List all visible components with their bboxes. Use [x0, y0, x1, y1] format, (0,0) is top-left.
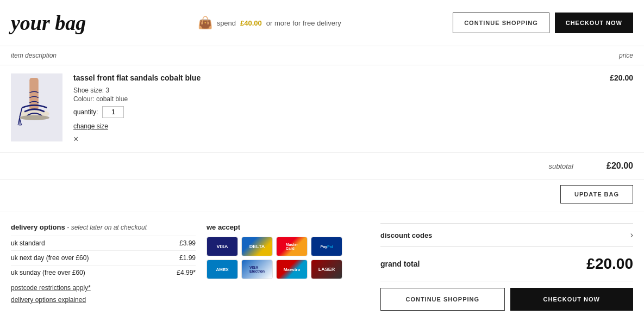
- checkout-now-button-top[interactable]: CHECKOUT NOW: [555, 13, 633, 33]
- amex-card: AMEX: [207, 260, 238, 279]
- delivery-header: delivery options - select later on at ch…: [11, 223, 196, 231]
- change-size-link[interactable]: change size: [73, 122, 590, 130]
- update-bag-button[interactable]: UPDATE BAG: [560, 185, 633, 203]
- delivery-title: delivery options: [11, 223, 65, 231]
- delivery-option-3: uk sunday (free over £60) £4.99*: [11, 266, 196, 280]
- delivery-option-price: £3.99: [160, 236, 196, 251]
- update-row: UPDATE BAG: [0, 180, 644, 212]
- totals-section: discount codes › grand total £20.00 CONT…: [380, 223, 633, 311]
- postcode-restrictions-link[interactable]: postcode restrictions apply*: [11, 284, 196, 292]
- item-colour: Colour: cobalt blue: [73, 95, 590, 103]
- price-header: price: [619, 52, 633, 59]
- item-price: £20.00: [590, 73, 633, 82]
- delta-card: DELTA: [241, 237, 273, 256]
- grand-total-amount: £20.00: [586, 255, 633, 273]
- quantity-label: quantity:: [73, 108, 98, 116]
- table-header: item description price: [0, 46, 644, 65]
- page-title: your bag: [11, 11, 86, 35]
- subtotal-label: subtotal: [548, 162, 573, 170]
- delivery-options: delivery options - select later on at ch…: [11, 223, 196, 311]
- grand-total-row: grand total £20.00: [380, 247, 633, 281]
- delivery-option-price: £1.99: [160, 251, 196, 266]
- header-buttons: CONTINUE SHOPPING CHECKOUT NOW: [453, 13, 633, 33]
- subtotal-amount: £20.00: [590, 161, 633, 171]
- promo-banner: 👜 spend £40.00 or more for free delivery: [86, 16, 453, 30]
- paypal-card: PayPal: [311, 237, 342, 256]
- promo-amount: £40.00: [240, 19, 262, 27]
- delivery-subtitle: - select later on at checkout: [67, 224, 147, 231]
- discount-label: discount codes: [380, 231, 432, 239]
- discount-row[interactable]: discount codes ›: [380, 223, 633, 247]
- laser-card: LASER: [311, 260, 342, 279]
- svg-rect-0: [29, 78, 39, 113]
- continue-shopping-button-top[interactable]: CONTINUE SHOPPING: [453, 13, 549, 33]
- remove-item-button[interactable]: ×: [73, 134, 590, 144]
- promo-prefix: spend: [217, 19, 236, 27]
- mastercard-card: MasterCard: [276, 237, 308, 256]
- item-quantity: quantity:: [73, 106, 590, 118]
- electron-card: VISAElectron: [241, 260, 273, 279]
- bottom-action-buttons: CONTINUE SHOPPING CHECKOUT NOW: [380, 288, 633, 311]
- item-details: tassel front flat sandals cobalt blue Sh…: [62, 73, 590, 144]
- delivery-option-price: £4.99*: [160, 266, 196, 280]
- delivery-option-name: uk next day (free over £60): [11, 251, 160, 266]
- delivery-table: uk standard £3.99 uk next day (free over…: [11, 236, 196, 280]
- wallet-icon: 👜: [198, 16, 212, 30]
- item-description-header: item description: [11, 52, 57, 59]
- delivery-option-name: uk standard: [11, 236, 160, 251]
- delivery-option-name: uk sunday (free over £60): [11, 266, 160, 280]
- subtotal-row: subtotal £20.00: [0, 153, 644, 180]
- bottom-section: delivery options - select later on at ch…: [0, 212, 644, 322]
- item-shoe-size: Shoe size: 3: [73, 87, 590, 94]
- grand-total-label: grand total: [380, 260, 420, 268]
- delivery-option-1: uk standard £3.99: [11, 236, 196, 251]
- delivery-option-2: uk next day (free over £60) £1.99: [11, 251, 196, 266]
- maestro-card: Maestro: [276, 260, 308, 279]
- cart-item: tassel front flat sandals cobalt blue Sh…: [0, 65, 644, 153]
- payment-title: we accept: [207, 223, 370, 231]
- promo-suffix: or more for free delivery: [266, 19, 341, 27]
- checkout-now-button-bottom[interactable]: CHECKOUT NOW: [510, 288, 634, 311]
- continue-shopping-button-bottom[interactable]: CONTINUE SHOPPING: [380, 288, 505, 311]
- visa-card: VISA: [207, 237, 238, 256]
- payment-options: we accept VISA DELTA MasterCard PayPal A…: [207, 223, 370, 311]
- header: your bag 👜 spend £40.00 or more for free…: [0, 0, 644, 46]
- svg-point-6: [19, 115, 49, 120]
- payment-cards: VISA DELTA MasterCard PayPal AMEX VISAEl…: [207, 237, 370, 279]
- item-image: [11, 73, 62, 141]
- delivery-explained-link[interactable]: delivery options explained: [11, 296, 196, 304]
- chevron-right-icon: ›: [630, 230, 633, 240]
- item-name: tassel front flat sandals cobalt blue: [73, 73, 590, 82]
- quantity-input[interactable]: [102, 106, 124, 118]
